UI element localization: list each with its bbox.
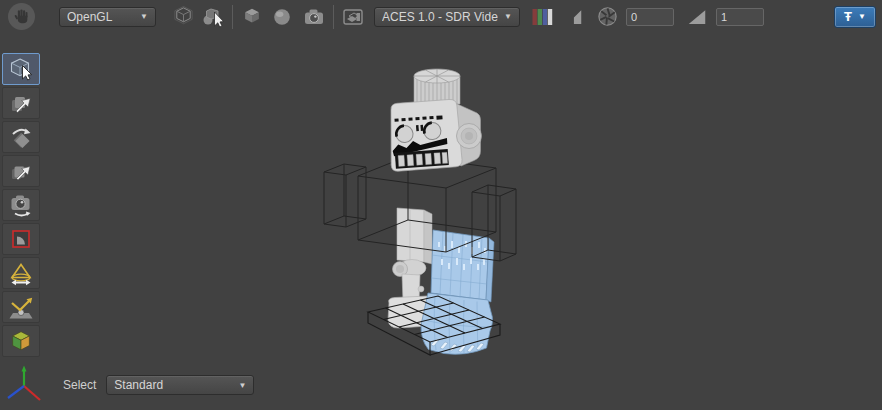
rgb-channels-icon[interactable] — [529, 4, 555, 30]
exposure-ramp-icon[interactable] — [560, 4, 586, 30]
axis-gizmo — [2, 362, 46, 408]
turntable-tool[interactable] — [2, 257, 40, 289]
canvas-projection-icon[interactable] — [340, 4, 366, 30]
camera-orbit-icon — [7, 191, 35, 219]
transform-objects-tool[interactable] — [2, 155, 40, 187]
colorspace-dropdown[interactable]: ACES 1.0 - SDR Video ▼ — [374, 7, 520, 27]
shaded-sphere-icon[interactable] — [269, 4, 295, 30]
rotate-objects-tool[interactable] — [2, 121, 40, 153]
layers-arrow-icon — [7, 89, 35, 117]
application-window: OpenGL ▼ — [0, 0, 882, 410]
exposure-input[interactable] — [626, 8, 674, 26]
wireframe-cube-icon[interactable] — [170, 4, 196, 30]
toolbar-separator — [333, 5, 334, 29]
aperture-icon[interactable] — [594, 4, 620, 30]
display-properties-tool[interactable] — [2, 325, 40, 357]
top-toolbar: OpenGL ▼ — [0, 0, 882, 33]
left-toolbar — [2, 53, 40, 359]
quarter-disc-red-frame-icon — [7, 225, 35, 253]
selection-mode-value: Standard — [114, 378, 232, 392]
marquee-select-tool[interactable] — [2, 223, 40, 255]
renderer-dropdown-value: OpenGL — [67, 10, 134, 24]
selection-mode-bar: Select Standard ▼ — [63, 374, 254, 396]
pan-hand-icon[interactable] — [8, 3, 35, 30]
gain-ramp-icon[interactable] — [684, 4, 710, 30]
rotate-arrow-icon — [7, 123, 35, 151]
layers-arrow-icon — [7, 157, 35, 185]
colored-cube-icon — [8, 328, 34, 354]
colorspace-dropdown-value: ACES 1.0 - SDR Video — [382, 10, 498, 24]
toolbar-pin-dropdown-button[interactable]: Ŧ ▼ — [834, 6, 876, 28]
toolbar-separator — [232, 5, 233, 29]
orbit-camera-tool[interactable] — [2, 189, 40, 221]
yellow-cone-arrows-icon — [7, 259, 35, 287]
chevron-down-icon: ▼ — [504, 12, 512, 21]
shaded-cube-icon[interactable] — [239, 4, 265, 30]
cube-cursor-icon — [7, 55, 35, 83]
yellow-bounce-arrow-icon — [7, 293, 35, 321]
pick-object-icon[interactable] — [200, 4, 226, 30]
chevron-down-icon: ▼ — [238, 381, 246, 390]
gain-input[interactable] — [716, 8, 764, 26]
pin-icon: Ŧ — [844, 10, 852, 23]
renderer-dropdown[interactable]: OpenGL ▼ — [59, 7, 156, 27]
viewport-3d-scene[interactable] — [290, 50, 540, 370]
selection-mode-dropdown[interactable]: Standard ▼ — [106, 375, 254, 395]
chevron-down-icon: ▼ — [858, 12, 866, 21]
select-objects-tool[interactable] — [2, 53, 40, 85]
light-bounce-tool[interactable] — [2, 291, 40, 323]
select-label: Select — [63, 378, 96, 392]
robot-head-shaded[interactable] — [390, 69, 481, 171]
chevron-down-icon: ▼ — [140, 12, 148, 21]
move-objects-tool[interactable] — [2, 87, 40, 119]
camera-icon[interactable] — [301, 4, 327, 30]
